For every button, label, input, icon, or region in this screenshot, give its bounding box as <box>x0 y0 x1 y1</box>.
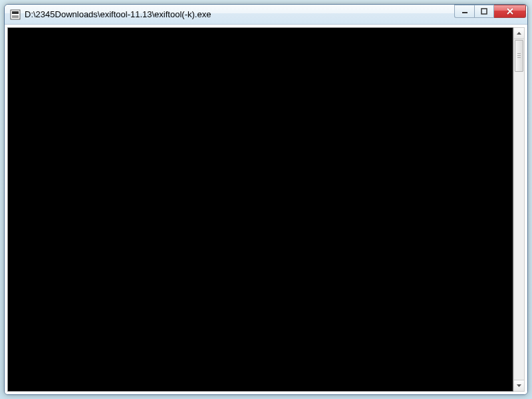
console-output[interactable] <box>7 27 513 392</box>
minimize-button[interactable] <box>454 5 474 18</box>
scroll-down-button[interactable] <box>514 380 524 391</box>
svg-rect-2 <box>12 15 19 18</box>
maximize-icon <box>481 8 487 15</box>
minimize-icon <box>462 8 468 15</box>
vertical-scrollbar[interactable] <box>513 27 525 392</box>
scroll-thumb[interactable] <box>515 40 523 72</box>
app-icon <box>10 9 21 20</box>
close-icon <box>506 8 514 15</box>
window-controls <box>454 5 526 18</box>
application-window: D:\2345Downloads\exiftool-11.13\exiftool… <box>4 4 528 395</box>
svg-rect-3 <box>462 12 467 13</box>
chevron-up-icon <box>517 32 521 35</box>
svg-rect-1 <box>12 11 19 14</box>
maximize-button[interactable] <box>474 5 494 18</box>
close-button[interactable] <box>494 5 526 18</box>
client-area <box>5 25 527 394</box>
window-title: D:\2345Downloads\exiftool-11.13\exiftool… <box>25 9 454 19</box>
scroll-up-button[interactable] <box>514 28 524 39</box>
titlebar[interactable]: D:\2345Downloads\exiftool-11.13\exiftool… <box>5 5 527 25</box>
chevron-down-icon <box>517 384 521 387</box>
svg-rect-4 <box>481 9 487 14</box>
